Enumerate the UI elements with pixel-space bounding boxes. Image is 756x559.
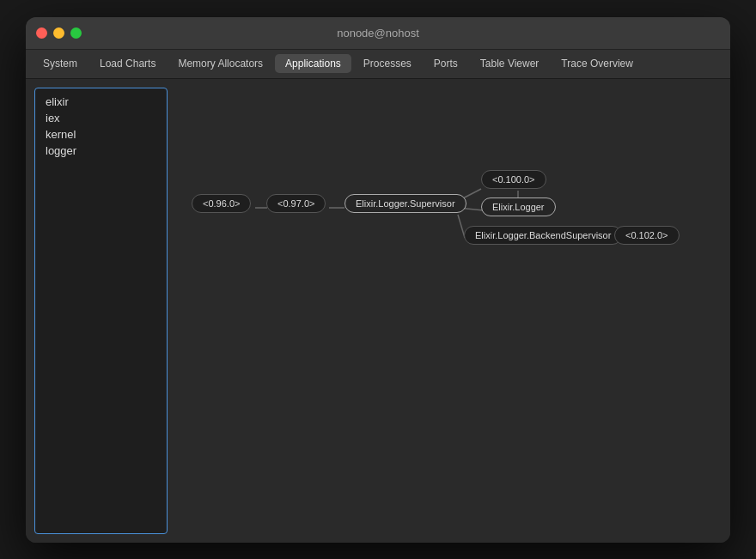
graph-canvas: <0.96.0> <0.97.0> Elixir.Logger.Supervis… xyxy=(176,88,722,534)
tab-ports[interactable]: Ports xyxy=(424,54,468,73)
titlebar: nonode@nohost xyxy=(26,17,730,50)
tab-load-charts[interactable]: Load Charts xyxy=(89,54,166,73)
node-logger-supervisor[interactable]: Elixir.Logger.Supervisor xyxy=(344,194,466,213)
maximize-button[interactable] xyxy=(70,27,82,39)
close-button[interactable] xyxy=(36,27,47,39)
app-item-kernel[interactable]: kernel xyxy=(39,126,163,143)
node-elixir-logger[interactable]: Elixir.Logger xyxy=(481,197,556,216)
tab-processes[interactable]: Processes xyxy=(353,54,422,73)
tab-applications[interactable]: Applications xyxy=(275,54,351,73)
app-list: elixir iex kernel logger xyxy=(34,88,168,534)
node-097[interactable]: <0.97.0> xyxy=(266,194,326,213)
app-item-logger[interactable]: logger xyxy=(39,143,163,159)
content-area: elixir iex kernel logger xyxy=(26,79,730,543)
node-0100[interactable]: <0.100.0> xyxy=(481,170,546,189)
node-0102[interactable]: <0.102.0> xyxy=(614,226,680,245)
app-item-elixir[interactable]: elixir xyxy=(39,94,163,110)
app-item-iex[interactable]: iex xyxy=(39,110,163,126)
window-title: nonode@nohost xyxy=(337,27,419,39)
minimize-button[interactable] xyxy=(53,27,64,39)
tab-bar: System Load Charts Memory Allocators App… xyxy=(26,50,730,79)
node-backend-supervisor[interactable]: Elixir.Logger.BackendSupervisor xyxy=(464,226,622,245)
tab-memory-allocators[interactable]: Memory Allocators xyxy=(168,54,273,73)
node-096[interactable]: <0.96.0> xyxy=(192,194,251,213)
graph-area: <0.96.0> <0.97.0> Elixir.Logger.Supervis… xyxy=(176,88,722,534)
traffic-lights xyxy=(36,27,82,39)
main-window: nonode@nohost System Load Charts Memory … xyxy=(26,17,730,543)
tab-system[interactable]: System xyxy=(33,54,88,73)
graph-connections xyxy=(176,88,722,534)
tab-table-viewer[interactable]: Table Viewer xyxy=(470,54,549,73)
tab-trace-overview[interactable]: Trace Overview xyxy=(551,54,643,73)
